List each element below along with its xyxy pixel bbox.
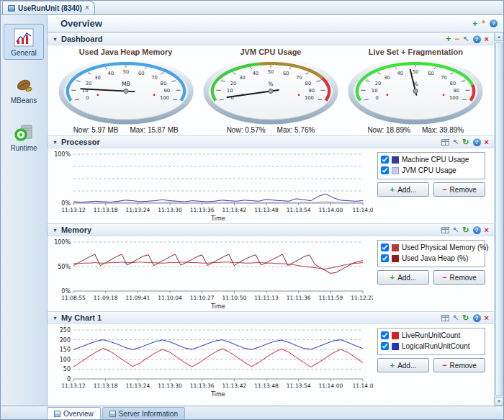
bean-icon	[13, 75, 35, 95]
tab-server-information[interactable]: Server Information	[102, 407, 185, 419]
legend-checkbox[interactable]	[381, 254, 389, 262]
memory-chart-body: 0%50%100%11:08:5511:09:1811:09:4111:10:0…	[48, 236, 494, 311]
pointer-mode-icon[interactable]: ↖	[453, 226, 459, 233]
accessibility-mode-icon[interactable]: *	[482, 20, 485, 27]
svg-text:100: 100	[160, 95, 169, 101]
gauge-max-value: Max: 39.89%	[422, 126, 464, 134]
close-icon[interactable]: ×	[85, 4, 89, 12]
svg-text:30: 30	[239, 75, 246, 81]
svg-text:11:08:55: 11:08:55	[61, 295, 86, 301]
table-view-icon[interactable]	[441, 227, 449, 233]
svg-text:11:13:12: 11:13:12	[61, 383, 86, 389]
legend-color-swatch	[392, 156, 399, 164]
legend-color-swatch	[392, 332, 399, 339]
pointer-mode-icon[interactable]: ↖	[463, 35, 469, 43]
legend-checkbox[interactable]	[381, 331, 389, 339]
footer-tab-label: Overview	[63, 410, 94, 418]
svg-text:11:10:50: 11:10:50	[222, 295, 246, 301]
page-header: Overview + * ?	[48, 15, 503, 32]
legend-checkbox[interactable]	[381, 243, 389, 251]
scroll-up-icon[interactable]: ▲	[495, 32, 503, 41]
editor-tab-userununit[interactable]: UseRunUnit (8340) ×	[2, 1, 95, 14]
svg-text:11:09:41: 11:09:41	[125, 295, 150, 301]
refresh-icon[interactable]: ↻	[462, 138, 469, 146]
legend-label: LiveRunUnitCount	[402, 331, 460, 339]
legend-checkbox[interactable]	[381, 166, 389, 174]
processor-chart-body: 0%100%11:13:1211:13:1811:13:2411:13:3011…	[48, 148, 494, 223]
remove-attribute-button[interactable]: − Remove	[433, 358, 485, 372]
svg-text:10: 10	[227, 88, 233, 94]
svg-text:Time: Time	[210, 215, 225, 222]
scrollbar-track[interactable]	[495, 41, 503, 397]
vertical-scrollbar[interactable]: ▲ ▼	[494, 32, 503, 406]
sidebar-item-label: Runtime	[10, 144, 37, 152]
legend-checkbox[interactable]	[381, 342, 389, 350]
scroll-down-icon[interactable]: ▼	[495, 397, 503, 406]
add-attribute-button[interactable]: + Add...	[377, 270, 429, 285]
svg-text:20: 20	[375, 81, 382, 86]
collapse-twisty-icon[interactable]: ▼	[53, 37, 58, 42]
legend-label: Machine CPU Usage	[402, 156, 469, 164]
svg-text:11:13:30: 11:13:30	[158, 207, 182, 213]
svg-text:11:13:18: 11:13:18	[94, 383, 118, 389]
tab-overview[interactable]: Overview	[47, 407, 101, 419]
svg-text:20: 20	[85, 81, 91, 86]
remove-attribute-button[interactable]: − Remove	[433, 182, 485, 197]
general-chart-icon	[13, 27, 35, 48]
cpu-gauge-dial: 0102030405060708090100%	[199, 56, 343, 126]
svg-text:150: 150	[60, 347, 71, 353]
remove-attribute-button[interactable]: − Remove	[433, 270, 485, 285]
collapse-twisty-icon[interactable]: ▼	[53, 140, 58, 145]
svg-text:11:10:04: 11:10:04	[158, 295, 182, 301]
add-tab-content-icon[interactable]: +	[472, 20, 477, 27]
sidebar-item-runtime[interactable]: Runtime	[4, 119, 44, 155]
svg-text:Time: Time	[210, 391, 225, 398]
runtime-icon	[13, 122, 35, 143]
form-page-icon	[54, 411, 60, 417]
svg-text:10: 10	[372, 88, 378, 94]
add-attribute-button[interactable]: + Add...	[377, 358, 429, 372]
sidebar-item-mbeans[interactable]: MBeans	[4, 71, 44, 107]
svg-text:70: 70	[296, 75, 302, 81]
help-icon[interactable]: ?	[473, 138, 481, 146]
svg-text:%: %	[268, 81, 273, 87]
gauge-title: JVM CPU Usage	[240, 48, 302, 56]
collapse-twisty-icon[interactable]: ▼	[53, 316, 58, 321]
pointer-mode-icon[interactable]: ↖	[453, 138, 459, 146]
delete-section-icon[interactable]: ×	[485, 314, 489, 321]
help-icon[interactable]: ?	[473, 314, 481, 322]
remove-button-label: Remove	[450, 186, 477, 194]
svg-text:Time: Time	[210, 303, 225, 310]
svg-text:11:09:18: 11:09:18	[94, 295, 118, 301]
collapse-twisty-icon[interactable]: ▼	[53, 228, 58, 233]
svg-text:90: 90	[308, 88, 315, 94]
footer-tab-label: Server Information	[119, 410, 178, 418]
svg-text:11:13:12: 11:13:12	[61, 207, 86, 213]
refresh-icon[interactable]: ↻	[462, 226, 469, 233]
svg-text:50: 50	[63, 366, 71, 372]
refresh-icon[interactable]: ↻	[462, 314, 469, 321]
liveset-gauge-dial: 0102030405060708090100%	[343, 56, 487, 126]
svg-text:200: 200	[60, 337, 71, 344]
delete-section-icon[interactable]: ×	[485, 35, 489, 43]
delete-section-icon[interactable]: ×	[485, 138, 489, 146]
help-icon[interactable]: ?	[473, 35, 481, 43]
remove-gauge-icon[interactable]: −	[454, 35, 459, 43]
add-gauge-icon[interactable]: +	[446, 35, 451, 43]
add-attribute-button[interactable]: + Add...	[377, 182, 429, 197]
add-button-label: Add...	[397, 274, 416, 282]
sidebar-item-general[interactable]: General	[4, 24, 44, 60]
scrollbar-thumb[interactable]	[495, 42, 503, 396]
legend-checkbox[interactable]	[381, 156, 389, 164]
table-view-icon[interactable]	[441, 315, 449, 321]
help-icon[interactable]: ?	[490, 19, 498, 27]
delete-section-icon[interactable]: ×	[485, 226, 489, 233]
legend-item: JVM CPU Usage	[381, 166, 482, 174]
table-view-icon[interactable]	[441, 139, 449, 146]
page-title: Overview	[60, 18, 102, 29]
pointer-mode-icon[interactable]: ↖	[453, 314, 459, 321]
memory-section-header: ▼ Memory ↖ ↻ ? ×	[48, 223, 494, 236]
svg-text:80: 80	[305, 81, 312, 86]
help-icon[interactable]: ?	[473, 226, 481, 234]
svg-text:30: 30	[384, 75, 391, 81]
